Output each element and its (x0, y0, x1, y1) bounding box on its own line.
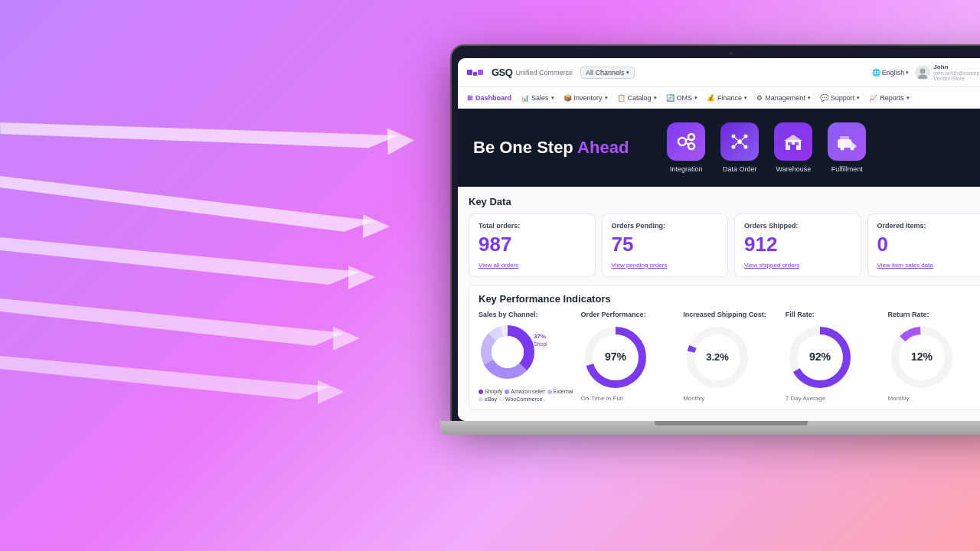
kd-value-items: 0 (877, 233, 981, 256)
kd-label-items: Ordered Items: (877, 222, 981, 230)
kpi-fill-rate: Fill Rate: 92% 7 Day Average (786, 311, 882, 402)
integration-icon (667, 122, 705, 161)
language-selector[interactable]: 🌐 English ▾ (872, 69, 910, 77)
svg-rect-30 (795, 142, 799, 145)
kpi-order-sublabel: On-Time In Full (581, 395, 623, 402)
nav-dashboard[interactable]: ⊞ Dashboard (467, 94, 511, 102)
kpi-sales-chart: 37% Shopify (479, 323, 547, 386)
key-data-title: Key Data (469, 196, 980, 207)
hero-icon-integration: Integration (667, 122, 705, 173)
user-role: Vendor/Store (933, 76, 980, 81)
kd-value-pending: 75 (612, 233, 719, 256)
key-data-grid: Total orders: 987 View all orders Orders… (469, 214, 980, 277)
svg-point-19 (744, 135, 748, 139)
user-email: john.smith@example.com (933, 70, 980, 76)
secondary-nav: ⊞ Dashboard 📊 Sales ▾ 📦 Inventory ▾ (458, 87, 980, 109)
chevron-down-finance: ▾ (744, 95, 747, 101)
user-name: John (933, 64, 980, 70)
chevron-down-inventory: ▾ (605, 95, 608, 101)
fulfillment-icon (828, 122, 866, 161)
svg-point-33 (841, 147, 844, 151)
oms-icon: 🔄 (666, 94, 675, 102)
chevron-down-mgmt: ▾ (808, 95, 811, 101)
support-icon: 💬 (820, 94, 828, 102)
chevron-down-icon-lang: ▾ (906, 70, 909, 76)
nav-finance[interactable]: 💰 Finance ▾ (707, 94, 747, 102)
kd-card-total-orders: Total orders: 987 View all orders (469, 214, 596, 277)
kpi-return-chart: 12% (887, 323, 956, 392)
chevron-down-catalog: ▾ (654, 95, 657, 101)
laptop-screen: GSQ Unified Commerce All Channels ▾ 🌐 En… (452, 46, 980, 421)
reports-icon: 📈 (869, 94, 877, 102)
kpi-sales-label: Sales by Channel: (479, 311, 538, 318)
nav-inventory[interactable]: 📦 Inventory ▾ (564, 94, 608, 102)
channel-selector[interactable]: All Channels ▾ (580, 67, 635, 79)
kpi-fill-chart: 92% (786, 323, 854, 392)
nav-sales[interactable]: 📊 Sales ▾ (521, 94, 554, 102)
nav-management[interactable]: ⚙ Management ▾ (756, 94, 811, 102)
warehouse-icon (774, 122, 812, 161)
globe-icon: 🌐 (872, 69, 880, 77)
kd-link-pending[interactable]: View pending orders (612, 262, 668, 269)
svg-text:3.2%: 3.2% (706, 351, 729, 363)
svg-point-21 (744, 145, 748, 149)
svg-point-12 (678, 138, 686, 145)
nav-support[interactable]: 💬 Support ▾ (820, 94, 861, 102)
hero-icons: Integration (667, 122, 866, 173)
chevron-down-reports: ▾ (906, 95, 910, 101)
kd-card-pending: Orders Pending: 75 View pending orders (602, 214, 729, 277)
hero-title: Be One Step Ahead (473, 138, 629, 158)
logo: GSQ Unified Commerce (467, 66, 573, 80)
kpi-shipping-chart: 3.2% (683, 323, 752, 392)
kd-link-items[interactable]: View item sales data (877, 262, 933, 269)
kd-value-shipped: 912 (744, 233, 851, 256)
svg-point-10 (920, 68, 926, 73)
svg-point-17 (737, 139, 742, 144)
kpi-sales-channel: Sales by Channel: (479, 311, 575, 402)
dataorder-icon (720, 122, 759, 161)
nav-oms[interactable]: 🔄 OMS ▾ (666, 94, 698, 102)
hero-icon-fulfillment: Fulfillment (828, 122, 866, 173)
svg-rect-35 (840, 136, 849, 141)
svg-line-25 (742, 143, 744, 145)
kpi-section: Key Performance Indicators Sales by Chan… (469, 285, 980, 410)
chevron-down-sales: ▾ (551, 95, 554, 101)
kpi-return-label: Return Rate: (887, 311, 929, 318)
kpi-return-rate: Return Rate: 12% Monthly (887, 311, 980, 402)
svg-line-22 (735, 138, 737, 140)
kpi-fill-label: Fill Rate: (786, 311, 815, 318)
integration-label: Integration (670, 165, 703, 173)
chevron-down-support: ▾ (857, 95, 860, 101)
hero-section: Be One Step Ahead (458, 109, 980, 187)
svg-point-18 (732, 135, 736, 139)
svg-text:97%: 97% (605, 350, 627, 363)
hero-title-accent: Ahead (577, 138, 629, 157)
nav-catalog[interactable]: 📋 Catalog ▾ (617, 94, 657, 102)
kpi-shipping-cost: Increased Shipping Cost: 3.2% (683, 311, 779, 402)
svg-point-34 (851, 147, 854, 151)
svg-line-24 (735, 143, 737, 145)
laptop-hinge (655, 421, 808, 425)
svg-text:92%: 92% (809, 350, 831, 363)
kpi-fill-sublabel: 7 Day Average (786, 395, 825, 402)
laptop: GSQ Unified Commerce All Channels ▾ 🌐 En… (452, 46, 980, 490)
svg-rect-29 (788, 142, 792, 145)
kd-link-shipped[interactable]: View shipped orders (744, 262, 799, 269)
kpi-shipping-label: Increased Shipping Cost: (683, 311, 766, 318)
top-nav: GSQ Unified Commerce All Channels ▾ 🌐 En… (458, 58, 980, 87)
kd-link-total-orders[interactable]: View all orders (479, 262, 518, 269)
svg-text:12%: 12% (911, 350, 933, 363)
avatar (915, 65, 930, 80)
svg-point-42 (492, 336, 524, 368)
nav-reports[interactable]: 📈 Reports ▾ (869, 94, 910, 102)
svg-text:Shopify: Shopify (534, 341, 547, 347)
fulfillment-label: Fulfillment (831, 165, 863, 173)
dashboard-icon: ⊞ (467, 94, 473, 102)
svg-point-11 (918, 74, 927, 79)
user-profile[interactable]: John john.smith@example.com Vendor/Store (915, 64, 980, 81)
logo-text: GSQ (492, 67, 512, 78)
logo-subtitle: Unified Commerce (515, 69, 573, 77)
logo-icon (467, 66, 488, 80)
svg-marker-27 (784, 135, 802, 141)
kpi-return-sublabel: Monthly (887, 395, 909, 402)
